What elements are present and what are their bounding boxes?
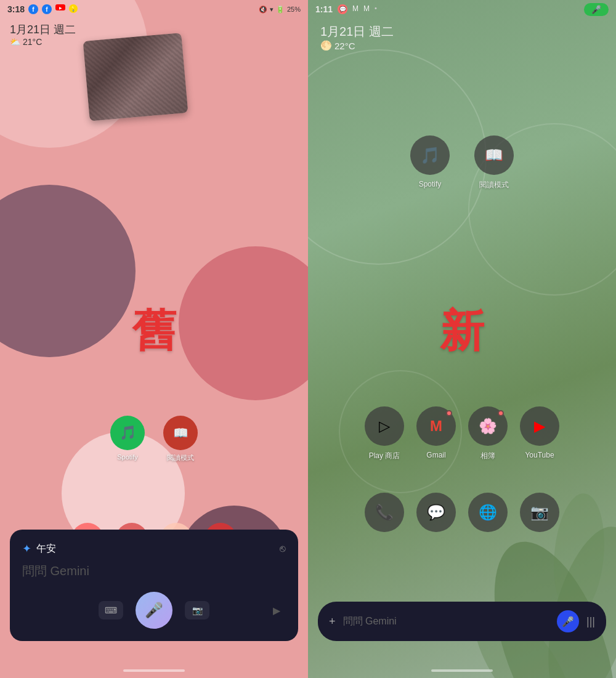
right-temperature: 22°C: [334, 41, 355, 51]
youtube-status-icon: [55, 4, 65, 10]
right-search-mic[interactable]: 🎤: [557, 610, 579, 632]
reading-label: 閱讀模式: [167, 453, 194, 462]
right-youtube-label: YouTube: [525, 451, 554, 459]
gemini-controls: ⌨ 🎤 📷 ▶: [22, 592, 286, 629]
battery-icon: 🔋: [276, 6, 285, 14]
right-chrome-icon[interactable]: 🌐: [468, 493, 508, 532]
right-search-bar[interactable]: + 問問 Gemini 🎤 |||: [318, 602, 606, 641]
left-temperature: 21°C: [23, 37, 42, 47]
facebook-icon: f: [28, 4, 38, 14]
right-camera-icon[interactable]: 📷: [520, 493, 559, 532]
right-weather-icon: 🌕: [320, 40, 332, 51]
gemini-overlay: ✦ 午安 ⎋ 問問 Gemini ⌨ 🎤 📷 ▶: [10, 530, 298, 641]
wifi-icon: ▾: [270, 6, 274, 14]
right-photos-icon[interactable]: 🌸: [468, 406, 508, 446]
battery-percent: 25%: [287, 6, 301, 13]
mic-pill-icon: 🎤: [591, 5, 601, 14]
right-statusbar: 1:11 💬 M M • 🎤: [308, 0, 616, 18]
left-time: 3:18: [7, 4, 25, 14]
right-app-photos[interactable]: 🌸 相簿: [468, 406, 508, 461]
right-app-reading[interactable]: 📖 閱讀模式: [474, 135, 514, 190]
bg-shape-2: [0, 185, 136, 357]
right-time: 1:11: [315, 4, 333, 14]
right-reading-icon[interactable]: 📖: [474, 135, 514, 175]
right-search-placeholder[interactable]: 問問 Gemini: [343, 615, 549, 628]
right-date-weather: 1月21日 週二 🌕 22°C: [320, 23, 394, 51]
right-panel: 1:11 💬 M M • 🎤 1月21日 週二 🌕 22°C 🎵 Spotify: [308, 0, 616, 678]
right-app-playstore[interactable]: ▷ Play 商店: [365, 406, 404, 461]
dot-indicator: •: [375, 4, 377, 14]
weather-icon: ⛅: [10, 37, 20, 47]
gemini-star-icon: ✦: [22, 542, 31, 555]
gemini-expand-icon[interactable]: ⎋: [280, 543, 286, 554]
facebook-icon2: f: [42, 4, 52, 14]
messenger-icon: 💬: [338, 4, 347, 14]
gemini-camera-button[interactable]: 📷: [185, 601, 209, 619]
gemini-mic-button[interactable]: 🎤: [136, 592, 172, 629]
left-statusbar: 3:18 f f 💡 🔇 ▾ 🔋 25%: [0, 0, 308, 18]
search-plus-icon[interactable]: +: [329, 615, 336, 628]
left-status-icons: f f 💡: [28, 4, 78, 14]
right-spotify-icon[interactable]: 🎵: [410, 135, 450, 175]
left-weather: ⛅ 21°C: [10, 37, 76, 47]
right-reading-label: 閱讀模式: [479, 180, 509, 190]
right-apps-row3: 📞 💬 🌐 📷: [308, 493, 616, 532]
plant-background: [431, 432, 616, 678]
spotify-icon[interactable]: 🎵: [110, 416, 145, 450]
left-apps-row: 🎵 Spotify 📖 閱讀模式: [0, 416, 308, 462]
right-gmail-icon[interactable]: M: [416, 406, 456, 446]
right-apps-row2: ▷ Play 商店 M Gmail 🌸 相簿 ▶ YouTube: [308, 406, 616, 461]
right-spotify-label: Spotify: [419, 180, 442, 188]
gmail-badge: [446, 410, 452, 416]
mute-icon: 🔇: [259, 6, 267, 14]
right-date: 1月21日 週二: [320, 23, 394, 40]
gemini-keyboard-button[interactable]: ⌨: [99, 601, 123, 619]
reading-icon[interactable]: 📖: [163, 416, 198, 450]
right-weather: 🌕 22°C: [320, 40, 394, 51]
right-playstore-icon[interactable]: ▷: [365, 406, 404, 446]
right-status-icons: 💬 M M •: [338, 4, 377, 14]
maps-icon: M: [352, 4, 359, 14]
mic-pill[interactable]: 🎤: [584, 3, 609, 16]
right-status-right: 🎤: [584, 3, 609, 16]
right-app-youtube[interactable]: ▶ YouTube: [520, 406, 559, 461]
photos-badge: [498, 410, 504, 416]
gemini-greeting-text: 午安: [36, 543, 56, 555]
gemini-placeholder-text[interactable]: 問問 Gemini: [22, 563, 286, 579]
label-new: 新: [440, 302, 484, 361]
right-photos-label: 相簿: [480, 451, 495, 461]
left-date-weather: 1月21日 週二 ⛅ 21°C: [10, 22, 76, 47]
left-app-spotify[interactable]: 🎵 Spotify: [110, 416, 145, 462]
gemini-header: ✦ 午安 ⎋: [22, 542, 286, 555]
spotify-label: Spotify: [117, 453, 138, 461]
left-battery-area: 🔇 ▾ 🔋 25%: [259, 6, 301, 14]
bg-shape-3: [179, 246, 308, 400]
search-bars-icon[interactable]: |||: [586, 615, 595, 628]
gmail-notify-icon: M: [363, 4, 370, 14]
fabric-widget: [83, 33, 188, 121]
gemini-greeting: ✦ 午安: [22, 542, 56, 555]
right-messages-icon[interactable]: 💬: [416, 493, 456, 532]
left-date: 1月21日 週二: [10, 22, 76, 37]
right-phone-icon[interactable]: 📞: [365, 493, 404, 532]
left-home-indicator: [123, 669, 185, 672]
right-apps-row1: 🎵 Spotify 📖 閱讀模式: [308, 135, 616, 190]
right-playstore-label: Play 商店: [369, 451, 400, 461]
bulb-icon: 💡: [69, 4, 78, 13]
right-youtube-icon[interactable]: ▶: [520, 406, 559, 446]
right-app-spotify[interactable]: 🎵 Spotify: [410, 135, 450, 190]
left-app-reading[interactable]: 📖 閱讀模式: [163, 416, 198, 462]
gemini-send-button[interactable]: ▶: [267, 601, 286, 619]
label-old: 舊: [132, 302, 176, 361]
left-panel: 3:18 f f 💡 🔇 ▾ 🔋 25% 1月21日 週二 ⛅ 21°C 🎵 S…: [0, 0, 308, 678]
right-home-indicator: [431, 669, 493, 672]
right-gmail-label: Gmail: [426, 451, 445, 459]
right-app-gmail[interactable]: M Gmail: [416, 406, 456, 461]
